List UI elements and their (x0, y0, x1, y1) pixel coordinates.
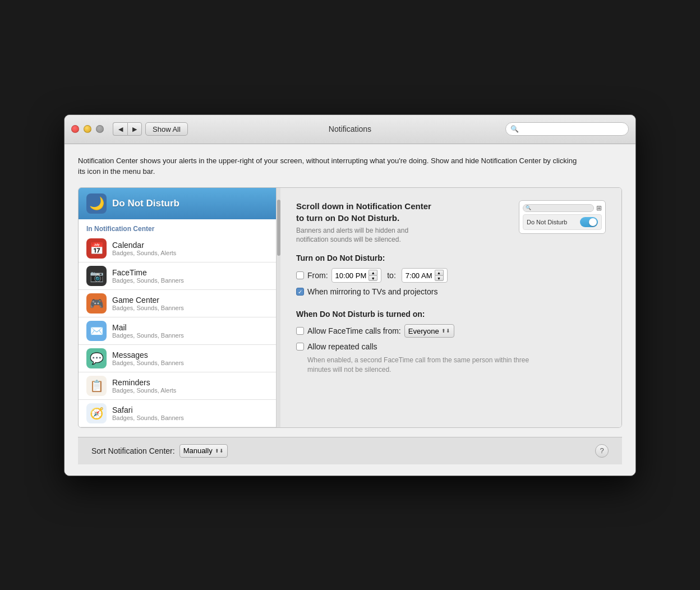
titlebar: ◀ ▶ Show All Notifications 🔍 (65, 115, 635, 144)
sidebar-item-messages[interactable]: 💬 Messages Badges, Sounds, Banners (79, 345, 276, 372)
calendar-name: Calendar (112, 241, 176, 250)
preview-toolbar: 🔍 ⊞ (523, 204, 602, 212)
sidebar-selected-label: Do Not Disturb (112, 198, 179, 209)
sort-dropdown-arrows-icon: ⬆⬇ (215, 448, 224, 454)
toggle-knob (589, 218, 597, 226)
dnd-toggle[interactable] (580, 217, 598, 227)
dnd-preview: 🔍 ⊞ Do Not Disturb (519, 200, 606, 234)
sidebar-item-do-not-disturb[interactable]: 🌙 Do Not Disturb (79, 188, 276, 219)
facetime-from-value: Everyone (408, 327, 439, 335)
reminders-icon: 📋 (86, 376, 107, 396)
preview-search-icon: 🔍 (526, 205, 531, 210)
dropdown-arrows-icon: ⬆⬇ (441, 328, 450, 334)
gamecenter-subtitle: Badges, Sounds, Banners (112, 305, 184, 311)
search-input[interactable] (521, 125, 624, 133)
from-time-up[interactable]: ▲ (369, 270, 377, 275)
facetime-subtitle: Badges, Sounds, Banners (112, 277, 184, 284)
search-box[interactable]: 🔍 (505, 122, 629, 136)
sidebar: 🌙 Do Not Disturb In Notification Center … (79, 188, 276, 427)
safari-icon: 🧭 (86, 403, 107, 423)
preview-grid-icon: ⊞ (596, 204, 602, 212)
from-checkbox[interactable] (296, 271, 304, 279)
dnd-preview-label: Do Not Disturb (527, 219, 577, 225)
facetime-icon: 📷 (86, 266, 107, 286)
to-time-up[interactable]: ▲ (435, 270, 444, 275)
show-all-button[interactable]: Show All (145, 122, 188, 136)
search-icon: 🔍 (510, 125, 519, 133)
dnd-icon: 🌙 (86, 193, 107, 214)
messages-subtitle: Badges, Sounds, Banners (112, 359, 184, 366)
safari-subtitle: Badges, Sounds, Banners (112, 414, 184, 421)
mirroring-checkbox[interactable]: ✓ (296, 288, 304, 296)
facetime-calls-row: Allow FaceTime calls from: Everyone ⬆⬇ (296, 324, 606, 338)
help-button[interactable]: ? (595, 444, 609, 458)
sort-value: Manually (183, 446, 213, 455)
mail-name: Mail (112, 323, 184, 332)
reminders-name: Reminders (112, 378, 176, 387)
sidebar-item-mail[interactable]: ✉️ Mail Badges, Sounds, Banners (79, 317, 276, 345)
repeated-checkbox[interactable] (296, 343, 304, 351)
scrollbar-track[interactable] (276, 188, 280, 427)
to-time-value: 7:00 AM (406, 271, 432, 280)
repeated-label: Allow repeated calls (307, 342, 377, 351)
sidebar-item-calendar[interactable]: 📅 Calendar Badges, Sounds, Alerts (79, 235, 276, 262)
reminders-subtitle: Badges, Sounds, Alerts (112, 387, 176, 394)
window: ◀ ▶ Show All Notifications 🔍 Notificatio… (64, 114, 636, 476)
sidebar-with-scroll: 🌙 Do Not Disturb In Notification Center … (79, 188, 280, 427)
from-time-value: 10:00 PM (335, 271, 367, 280)
preview-search: 🔍 (523, 204, 594, 212)
dnd-preview-row: Do Not Disturb (523, 214, 602, 230)
sidebar-item-gamecenter[interactable]: 🎮 Game Center Badges, Sounds, Banners (79, 290, 276, 317)
right-panel: 🔍 ⊞ Do Not Disturb Scroll down in Notifi… (280, 188, 621, 427)
sidebar-item-reminders[interactable]: 📋 Reminders Badges, Sounds, Alerts (79, 372, 276, 400)
window-title: Notifications (329, 125, 371, 133)
turn-on-title: Turn on Do Not Disturb: (296, 253, 606, 262)
facetime-from-dropdown[interactable]: Everyone ⬆⬇ (404, 324, 454, 338)
sidebar-item-safari[interactable]: 🧭 Safari Badges, Sounds, Banners (79, 400, 276, 427)
messages-name: Messages (112, 351, 184, 359)
main-panel: 🌙 Do Not Disturb In Notification Center … (78, 187, 622, 428)
calendar-subtitle: Badges, Sounds, Alerts (112, 250, 176, 256)
facetime-name: FaceTime (112, 268, 184, 277)
to-time-down[interactable]: ▼ (435, 275, 444, 281)
sort-label: Sort Notification Center: (91, 446, 175, 455)
sidebar-item-facetime[interactable]: 📷 FaceTime Badges, Sounds, Banners (79, 262, 276, 290)
gamecenter-name: Game Center (112, 296, 184, 305)
repeated-calls-row: Allow repeated calls (296, 342, 606, 351)
minimize-button[interactable] (84, 125, 91, 133)
close-button[interactable] (71, 125, 79, 133)
bottom-bar: Sort Notification Center: Manually ⬆⬇ ? (78, 437, 622, 464)
nav-buttons: ◀ ▶ (113, 122, 142, 136)
facetime-label: Allow FaceTime calls from: (307, 326, 401, 335)
content-area: Notification Center shows your alerts in… (65, 144, 635, 476)
to-time-input[interactable]: 7:00 AM ▲ ▼ (402, 268, 448, 283)
mirroring-row: ✓ When mirroring to TVs and projectors (296, 287, 606, 296)
from-label: From: (307, 271, 328, 280)
calendar-icon: 📅 (86, 238, 107, 259)
from-time-stepper: ▲ ▼ (369, 270, 377, 281)
to-label: to: (387, 271, 396, 280)
gamecenter-icon: 🎮 (86, 293, 107, 314)
traffic-lights (71, 125, 104, 133)
back-button[interactable]: ◀ (113, 122, 127, 136)
when-on-title: When Do Not Disturb is turned on: (296, 310, 606, 319)
from-time-input[interactable]: 10:00 PM ▲ ▼ (331, 268, 382, 283)
maximize-button[interactable] (96, 125, 104, 133)
facetime-checkbox[interactable] (296, 327, 304, 335)
from-row: From: 10:00 PM ▲ ▼ to: 7:00 AM ▲ ▼ (296, 268, 606, 283)
description-text: Notification Center shows your alerts in… (78, 155, 583, 177)
safari-name: Safari (112, 405, 184, 414)
mirroring-label: When mirroring to TVs and projectors (307, 287, 438, 296)
forward-button[interactable]: ▶ (127, 122, 142, 136)
messages-icon: 💬 (86, 348, 107, 368)
repeated-hint: When enabled, a second FaceTime call fro… (307, 356, 532, 375)
sidebar-section-header: In Notification Center (79, 219, 276, 235)
section-divider (296, 301, 606, 310)
sort-dropdown[interactable]: Manually ⬆⬇ (179, 444, 228, 458)
from-time-down[interactable]: ▼ (369, 275, 377, 281)
scrollbar-thumb[interactable] (277, 200, 280, 256)
mail-subtitle: Badges, Sounds, Banners (112, 332, 184, 339)
mail-icon: ✉️ (86, 321, 107, 341)
to-time-stepper: ▲ ▼ (435, 270, 444, 281)
